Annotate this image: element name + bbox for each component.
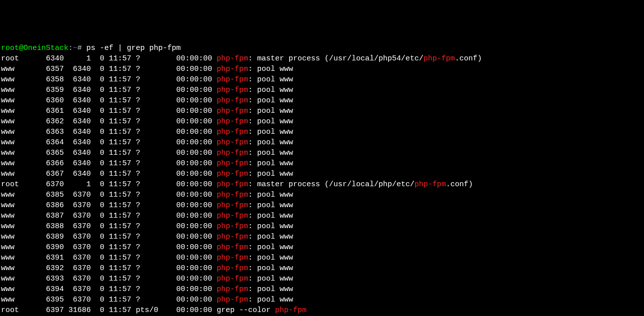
process-cols: www 6388 6370 0 11:57 ? 00:00:00 bbox=[1, 222, 217, 231]
process-row: www 6392 6370 0 11:57 ? 00:00:00 php-fpm… bbox=[1, 263, 644, 274]
process-cmd: : pool www bbox=[248, 233, 293, 241]
process-cols: www 6367 6340 0 11:57 ? 00:00:00 bbox=[1, 170, 217, 178]
process-cmd: : pool www bbox=[248, 159, 293, 168]
process-cmd: : pool www bbox=[248, 285, 293, 294]
process-row: www 6387 6370 0 11:57 ? 00:00:00 php-fpm… bbox=[1, 211, 644, 221]
process-cmd-post: .conf) bbox=[446, 180, 473, 189]
process-cmd: : master process (/usr/local/php54/etc/ bbox=[248, 54, 423, 63]
process-cols: www 6386 6370 0 11:57 ? 00:00:00 bbox=[1, 201, 217, 210]
process-row: www 6361 6340 0 11:57 ? 00:00:00 php-fpm… bbox=[1, 106, 644, 116]
highlight-phpfpm: php-fpm bbox=[217, 222, 248, 231]
highlight-phpfpm: php-fpm bbox=[217, 296, 248, 304]
highlight-phpfpm: php-fpm bbox=[217, 191, 248, 199]
process-row: www 6390 6370 0 11:57 ? 00:00:00 php-fpm… bbox=[1, 242, 644, 253]
highlight-phpfpm: php-fpm bbox=[217, 285, 248, 294]
process-cols: www 6366 6340 0 11:57 ? 00:00:00 bbox=[1, 159, 217, 168]
highlight-phpfpm: php-fpm bbox=[217, 138, 248, 147]
highlight-phpfpm: php-fpm bbox=[217, 86, 248, 94]
process-cols: www 6385 6370 0 11:57 ? 00:00:00 bbox=[1, 191, 217, 199]
process-cols: www 6359 6340 0 11:57 ? 00:00:00 bbox=[1, 86, 217, 94]
highlight-phpfpm: php-fpm bbox=[217, 75, 248, 84]
process-row: www 6365 6340 0 11:57 ? 00:00:00 php-fpm… bbox=[1, 148, 644, 158]
process-row: www 6391 6370 0 11:57 ? 00:00:00 php-fpm… bbox=[1, 253, 644, 263]
terminal-output[interactable]: root@OneinStack:~# ps -ef | grep php-fpm… bbox=[1, 43, 644, 316]
process-row: www 6357 6340 0 11:57 ? 00:00:00 php-fpm… bbox=[1, 64, 644, 74]
highlight-phpfpm: php-fpm bbox=[217, 180, 248, 189]
process-row: www 6367 6340 0 11:57 ? 00:00:00 php-fpm… bbox=[1, 169, 644, 179]
highlight-phpfpm: php-fpm bbox=[217, 243, 248, 252]
highlight-phpfpm: php-fpm bbox=[217, 128, 248, 136]
process-cols: root 6340 1 0 11:57 ? 00:00:00 bbox=[1, 54, 217, 63]
highlight-phpfpm: php-fpm bbox=[414, 180, 446, 189]
process-cmd: : pool www bbox=[248, 138, 293, 147]
process-row: root 6340 1 0 11:57 ? 00:00:00 php-fpm: … bbox=[1, 53, 644, 64]
process-cols: www 6393 6370 0 11:57 ? 00:00:00 bbox=[1, 275, 217, 283]
process-cmd: : pool www bbox=[248, 170, 293, 178]
process-cols: www 6395 6370 0 11:57 ? 00:00:00 bbox=[1, 296, 217, 304]
highlight-phpfpm: php-fpm bbox=[217, 254, 248, 262]
process-cols: www 6360 6340 0 11:57 ? 00:00:00 bbox=[1, 96, 217, 105]
highlight-phpfpm: php-fpm bbox=[423, 54, 455, 63]
process-cmd: : pool www bbox=[248, 96, 293, 105]
process-cmd: : pool www bbox=[248, 212, 293, 220]
process-cmd-post: .conf) bbox=[455, 54, 482, 63]
process-row: www 6362 6340 0 11:57 ? 00:00:00 php-fpm… bbox=[1, 116, 644, 127]
highlight-phpfpm: php-fpm bbox=[217, 275, 248, 283]
process-cmd: : pool www bbox=[248, 191, 293, 199]
highlight-phpfpm: php-fpm bbox=[217, 149, 248, 157]
process-cols: www 6362 6340 0 11:57 ? 00:00:00 bbox=[1, 117, 217, 126]
process-cols: www 6389 6370 0 11:57 ? 00:00:00 bbox=[1, 233, 217, 241]
highlight-phpfpm: php-fpm bbox=[217, 117, 248, 126]
process-row: www 6386 6370 0 11:57 ? 00:00:00 php-fpm… bbox=[1, 200, 644, 211]
process-row: www 6393 6370 0 11:57 ? 00:00:00 php-fpm… bbox=[1, 274, 644, 284]
process-cols: www 6358 6340 0 11:57 ? 00:00:00 bbox=[1, 75, 217, 84]
process-cmd: : pool www bbox=[248, 243, 293, 252]
process-row: www 6358 6340 0 11:57 ? 00:00:00 php-fpm… bbox=[1, 74, 644, 85]
process-cols: www 6364 6340 0 11:57 ? 00:00:00 bbox=[1, 138, 217, 147]
process-row: www 6366 6340 0 11:57 ? 00:00:00 php-fpm… bbox=[1, 158, 644, 169]
process-row: root 6370 1 0 11:57 ? 00:00:00 php-fpm: … bbox=[1, 179, 644, 190]
process-row: www 6359 6340 0 11:57 ? 00:00:00 php-fpm… bbox=[1, 85, 644, 95]
process-cmd: : pool www bbox=[248, 264, 293, 273]
highlight-phpfpm: php-fpm bbox=[217, 264, 248, 273]
command-text: ps -ef | grep php-fpm bbox=[82, 44, 181, 52]
prompt-path: ~ bbox=[73, 44, 77, 52]
process-cmd: : pool www bbox=[248, 128, 293, 136]
process-cmd: : pool www bbox=[248, 117, 293, 126]
highlight-phpfpm: php-fpm bbox=[217, 54, 248, 63]
process-cmd: : pool www bbox=[248, 149, 293, 157]
process-cmd: : pool www bbox=[248, 275, 293, 283]
process-cols: www 6365 6340 0 11:57 ? 00:00:00 bbox=[1, 149, 217, 157]
grep-line: root 6397 31686 0 11:57 pts/0 00:00:00 g… bbox=[1, 305, 644, 316]
process-row: www 6385 6370 0 11:57 ? 00:00:00 php-fpm… bbox=[1, 190, 644, 200]
process-row: www 6364 6340 0 11:57 ? 00:00:00 php-fpm… bbox=[1, 137, 644, 148]
highlight-phpfpm: php-fpm bbox=[217, 170, 248, 178]
process-cols: www 6361 6340 0 11:57 ? 00:00:00 bbox=[1, 107, 217, 115]
process-cols: root 6370 1 0 11:57 ? 00:00:00 bbox=[1, 180, 217, 189]
process-cols: www 6390 6370 0 11:57 ? 00:00:00 bbox=[1, 243, 217, 252]
process-row: www 6394 6370 0 11:57 ? 00:00:00 php-fpm… bbox=[1, 284, 644, 295]
process-row: www 6360 6340 0 11:57 ? 00:00:00 php-fpm… bbox=[1, 95, 644, 106]
highlight-phpfpm: php-fpm bbox=[217, 107, 248, 115]
process-cols: www 6357 6340 0 11:57 ? 00:00:00 bbox=[1, 65, 217, 73]
highlight-phpfpm: php-fpm bbox=[217, 65, 248, 73]
grep-highlight: php-fpm bbox=[275, 306, 307, 315]
process-cmd: : master process (/usr/local/php/etc/ bbox=[248, 180, 414, 189]
process-row: www 6388 6370 0 11:57 ? 00:00:00 php-fpm… bbox=[1, 221, 644, 232]
highlight-phpfpm: php-fpm bbox=[217, 233, 248, 241]
process-cmd: : pool www bbox=[248, 201, 293, 210]
process-row: www 6363 6340 0 11:57 ? 00:00:00 php-fpm… bbox=[1, 127, 644, 137]
highlight-phpfpm: php-fpm bbox=[217, 201, 248, 210]
process-cols: www 6387 6370 0 11:57 ? 00:00:00 bbox=[1, 212, 217, 220]
highlight-phpfpm: php-fpm bbox=[217, 96, 248, 105]
process-cmd: : pool www bbox=[248, 296, 293, 304]
prompt-user-host: root@OneinStack bbox=[1, 44, 68, 52]
prompt-line: root@OneinStack:~# ps -ef | grep php-fpm bbox=[1, 43, 644, 53]
process-cmd: : pool www bbox=[248, 222, 293, 231]
prompt-hash: # bbox=[77, 44, 82, 52]
process-cmd: : pool www bbox=[248, 65, 293, 73]
process-cols: www 6391 6370 0 11:57 ? 00:00:00 bbox=[1, 254, 217, 262]
process-cmd: : pool www bbox=[248, 86, 293, 94]
process-cmd: : pool www bbox=[248, 75, 293, 84]
process-cmd: : pool www bbox=[248, 107, 293, 115]
